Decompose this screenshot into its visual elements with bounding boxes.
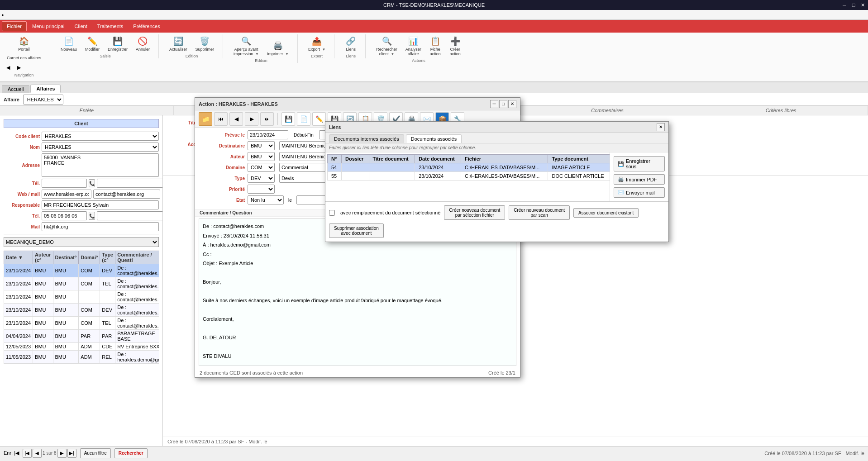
back-button[interactable]: ◀ xyxy=(4,63,13,72)
enregistrer-sous-btn[interactable]: 💾 Enregistrer sous xyxy=(614,156,665,171)
carnet-button[interactable]: Carnet des affaires xyxy=(4,54,44,62)
tab-docs-associes[interactable]: Documents associés xyxy=(406,134,462,143)
nouveau-button[interactable]: 📄 Nouveau xyxy=(57,34,80,53)
tab-docs-internes[interactable]: Documents internes associés xyxy=(329,134,404,143)
annuler-button[interactable]: 🚫 Annuler xyxy=(133,34,153,53)
links-col-num[interactable]: N° xyxy=(328,155,342,163)
search-btn[interactable]: Rechercher xyxy=(114,448,148,458)
action-modal-close[interactable]: ✕ xyxy=(508,100,516,108)
supprimer-assoc-btn[interactable]: Supprimer associationavec document xyxy=(329,223,384,238)
domaine-select[interactable]: COM xyxy=(248,163,275,172)
tab-accueil[interactable]: Accueil xyxy=(2,85,29,93)
links-col-type[interactable]: Type document xyxy=(548,155,610,163)
col-destinat[interactable]: Destinat° xyxy=(53,251,79,264)
links-col-date[interactable]: Date document xyxy=(415,155,461,163)
next-btn[interactable]: ▶ xyxy=(57,449,67,458)
auteur-select[interactable]: BMU xyxy=(248,152,275,161)
tel-input[interactable] xyxy=(42,179,87,188)
apercu-button[interactable]: 🔍 Aperçu avantimpression ▼ xyxy=(230,34,262,57)
mail-input[interactable] xyxy=(93,190,160,199)
table-row[interactable]: 11/05/2023 BMU BMU ADM REL De : herakles… xyxy=(4,351,159,364)
maximize-button[interactable]: □ xyxy=(850,1,857,9)
menu-principal[interactable]: Menu principal xyxy=(28,22,69,31)
table-row[interactable]: 23/10/2024 BMU BMU COM TEL De : contact@… xyxy=(4,317,159,330)
nom-input[interactable]: HERAKLES xyxy=(42,143,159,152)
table-row[interactable]: 04/04/2024 BMU BMU PAR PAR PARAMETRAGE B… xyxy=(4,330,159,343)
links-col-fichier[interactable]: Fichier xyxy=(461,155,548,163)
menu-fichier[interactable]: Fichier xyxy=(2,21,27,31)
prev-btn[interactable]: ◀ xyxy=(33,449,42,458)
priorite-select[interactable] xyxy=(248,185,275,194)
type-select[interactable]: DEV xyxy=(248,174,275,183)
action-nav-prev[interactable]: ◀ xyxy=(229,112,243,126)
code-client-input[interactable]: HERAKLES xyxy=(42,132,159,141)
liens-button[interactable]: 🔗 Liens xyxy=(342,34,360,53)
first-btn[interactable]: |◀ xyxy=(23,449,32,458)
table-row[interactable]: 12/05/2023 BMU BMU ADM CDE RV Entreprise… xyxy=(4,343,159,351)
action-nav-prev-prev[interactable]: ⏮ xyxy=(214,112,228,126)
creer-selection-btn[interactable]: Créer nouveau documentpar sélection fich… xyxy=(444,205,505,220)
last-btn[interactable]: ▶| xyxy=(67,449,76,458)
imprimer-button[interactable]: 🖨️ Imprimer ▼ xyxy=(264,39,292,57)
tel-resp-input[interactable] xyxy=(42,211,87,220)
etat-select[interactable]: Non lu xyxy=(248,195,284,204)
mecanique-select[interactable]: MECANIQUE_DEMO xyxy=(4,237,159,247)
tel-resp2-input[interactable] xyxy=(97,211,163,220)
tel-resp-icon[interactable]: 📞 xyxy=(89,212,95,220)
col-auteur[interactable]: Auteur (c° xyxy=(33,251,53,264)
table-row[interactable]: 23/10/2024 BMU BMU COM DEV De : contact@… xyxy=(4,264,159,277)
creer-scan-btn[interactable]: Créer nouveau documentpar scan xyxy=(509,205,570,220)
creer-action-button[interactable]: ➕ Créeraction xyxy=(446,34,464,57)
web-input[interactable] xyxy=(42,190,91,199)
tab-entete[interactable]: Entête xyxy=(0,106,174,115)
modifier-button[interactable]: ✏️ Modifier xyxy=(82,34,103,53)
affaire-select[interactable]: HERAKLES xyxy=(23,95,63,105)
action-nav-next[interactable]: ▶ xyxy=(245,112,258,126)
minimize-button[interactable]: ─ xyxy=(841,1,848,9)
destinataire-select[interactable]: BMU xyxy=(248,141,275,150)
rechercher-client-button[interactable]: 🔍 Rechercherclient ▼ xyxy=(373,34,401,57)
menu-preferences[interactable]: Préférences xyxy=(129,22,164,31)
action-tool-3[interactable]: ✏️ xyxy=(312,112,326,126)
links-table-row[interactable]: 54 23/10/2024 C:\HERAKLES-DATA\BASES\M..… xyxy=(328,163,610,172)
forward-button[interactable]: ▶ xyxy=(14,63,24,72)
action-modal-maximize[interactable]: □ xyxy=(499,100,507,108)
tab-commentaires[interactable]: Commentaires xyxy=(521,106,695,115)
links-modal-close[interactable]: ✕ xyxy=(657,123,665,131)
action-modal-minimize[interactable]: ─ xyxy=(490,100,498,108)
tel2-input[interactable] xyxy=(97,179,163,188)
col-type[interactable]: Type (c° xyxy=(100,251,115,264)
associer-btn[interactable]: Associer document existant xyxy=(573,208,639,218)
envoyer-mail-btn[interactable]: ✉️ Envoyer mail xyxy=(614,187,665,198)
mail-resp-input[interactable] xyxy=(42,222,159,231)
close-button[interactable]: ✕ xyxy=(859,1,866,9)
filter-btn[interactable]: Aucun filtre xyxy=(80,448,111,458)
col-commentaire[interactable]: Commentaire / Questi xyxy=(115,251,159,264)
replace-checkbox[interactable] xyxy=(329,210,335,216)
imprimer-pdf-btn[interactable]: 🖨️ Imprimer PDF xyxy=(614,174,665,185)
responsable-input[interactable] xyxy=(42,200,159,209)
tab-criteres[interactable]: Critères libres xyxy=(694,106,868,115)
col-date[interactable]: Date ▼ xyxy=(4,251,33,264)
prevue-input[interactable] xyxy=(248,130,288,139)
menu-traitements[interactable]: Traitements xyxy=(93,22,128,31)
links-table-row[interactable]: 55 23/10/2024 C:\HERAKLES-DATA\BASES\M..… xyxy=(328,172,610,181)
tel-icon-btn[interactable]: 📞 xyxy=(89,179,95,187)
links-col-dossier[interactable]: Dossier xyxy=(341,155,369,163)
enregistrer-button[interactable]: 💾 Enregistrer xyxy=(105,34,131,53)
action-tool-2[interactable]: 📄 xyxy=(297,112,310,126)
action-tool-1[interactable]: 💾 xyxy=(281,112,295,126)
supprimer-button[interactable]: 🗑️ Supprimer xyxy=(192,34,218,53)
menu-client[interactable]: Client xyxy=(70,22,92,31)
analyser-affaire-button[interactable]: 📊 Analyseraffaire xyxy=(402,34,424,57)
action-nav-first[interactable]: 📁 xyxy=(199,112,212,126)
col-domaine[interactable]: Domai° xyxy=(79,251,100,264)
portail-button[interactable]: 🏠 Portail xyxy=(4,34,44,53)
adresse-input[interactable]: 56000 VANNES FRANCE xyxy=(42,153,159,177)
export-button[interactable]: 📤 Export ▼ xyxy=(305,34,329,53)
actualiser-button[interactable]: 🔄 Actualiser xyxy=(166,34,191,53)
table-row[interactable]: 23/10/2024 BMU BMU COM DEV De : contact@… xyxy=(4,304,159,317)
table-row[interactable]: 23/10/2024 BMU BMU COM TEL De : contact@… xyxy=(4,277,159,290)
tab-affaires[interactable]: Affaires xyxy=(30,85,61,93)
action-nav-last[interactable]: ⏭ xyxy=(260,112,274,126)
